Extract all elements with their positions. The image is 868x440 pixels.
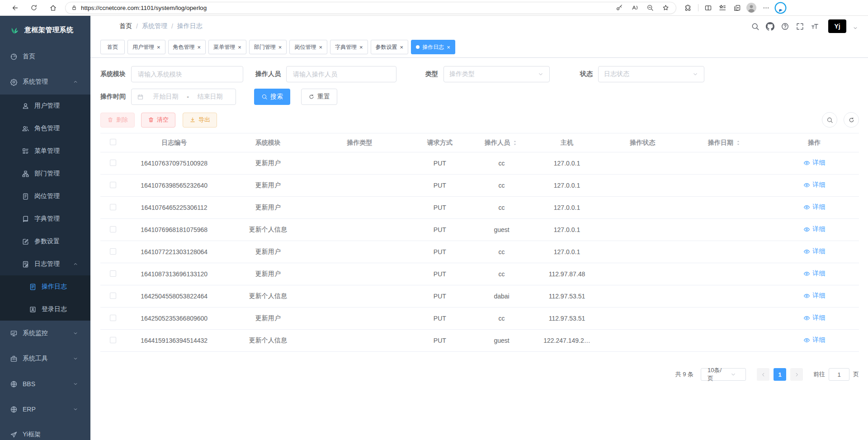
tab-close-icon[interactable]: ×	[400, 44, 404, 50]
clear-button[interactable]: 清空	[141, 113, 175, 128]
read-aloud-button[interactable]	[629, 2, 641, 13]
page-number-1[interactable]: 1	[774, 368, 786, 381]
browser-menu-button[interactable]	[759, 1, 773, 14]
row-checkbox[interactable]	[110, 248, 116, 255]
row-checkbox[interactable]	[110, 293, 116, 299]
address-bar[interactable]: https://ccnetcore.com:1101/system/log/op…	[65, 2, 676, 14]
type-select[interactable]: 操作类型	[443, 66, 550, 82]
user-avatar[interactable]: Yj	[828, 19, 846, 33]
export-button[interactable]: 导出	[183, 113, 217, 128]
sidebar-item-erp[interactable]: ERP	[0, 397, 90, 422]
tab-close-icon[interactable]: ×	[319, 44, 322, 50]
sidebar-item-system-mgmt[interactable]: 系统管理	[0, 69, 90, 95]
next-page-button[interactable]	[790, 368, 803, 381]
row-checkbox[interactable]	[110, 315, 116, 321]
detail-link[interactable]: 详细	[803, 203, 825, 211]
row-checkbox[interactable]	[110, 226, 116, 232]
collections-button[interactable]	[730, 1, 744, 14]
tab-close-icon[interactable]: ×	[278, 44, 282, 50]
sidebar-item-post-mgmt[interactable]: 岗位管理	[0, 185, 90, 208]
bing-chat-button[interactable]	[774, 1, 787, 14]
table-search-toggle-button[interactable]	[822, 112, 837, 128]
detail-link[interactable]: 详细	[803, 247, 825, 255]
zoom-out-button[interactable]	[644, 2, 656, 13]
goto-page-input[interactable]	[829, 368, 849, 381]
breadcrumb-home[interactable]: 首页	[119, 22, 132, 30]
sidebar-item-yi-framework[interactable]: Yi框架	[0, 422, 90, 440]
tab-dept[interactable]: 部门管理×	[249, 40, 287, 54]
table-refresh-button[interactable]	[844, 112, 859, 128]
sidebar-item-oper-log[interactable]: 操作日志	[0, 275, 90, 298]
sidebar-item-param-settings[interactable]: 参数设置	[0, 230, 90, 253]
row-checkbox[interactable]	[110, 204, 116, 210]
profile-button[interactable]	[745, 1, 758, 14]
sidebar-item-user-mgmt[interactable]: 用户管理	[0, 95, 90, 117]
search-button[interactable]: 搜索	[254, 89, 290, 105]
detail-link[interactable]: 详细	[803, 270, 825, 278]
detail-link[interactable]: 详细	[803, 181, 825, 189]
row-checkbox[interactable]	[110, 270, 116, 277]
column-header-operator[interactable]: 操作人员	[474, 133, 529, 152]
tab-role[interactable]: 角色管理×	[168, 40, 206, 54]
detail-link[interactable]: 详细	[803, 314, 825, 322]
sidebar-item-system-tools[interactable]: 系统工具	[0, 346, 90, 371]
page-size-select[interactable]: 10条/页	[701, 368, 746, 381]
extensions-button[interactable]	[681, 1, 694, 14]
module-input[interactable]	[137, 70, 237, 78]
add-favorite-button[interactable]	[660, 2, 671, 13]
fullscreen-icon[interactable]	[796, 22, 804, 31]
sidebar-item-log-mgmt[interactable]: 日志管理	[0, 253, 90, 275]
detail-link[interactable]: 详细	[803, 292, 825, 300]
github-icon[interactable]	[766, 22, 774, 31]
tab-param[interactable]: 参数设置×	[371, 40, 409, 54]
tab-menu[interactable]: 菜单管理×	[208, 40, 246, 54]
sidebar-item-menu-mgmt[interactable]: 菜单管理	[0, 140, 90, 162]
sidebar-item-bbs[interactable]: BBS	[0, 371, 90, 397]
eye-icon	[803, 315, 810, 322]
chevron-down-icon[interactable]	[853, 25, 858, 31]
sidebar-fold-toggle[interactable]	[100, 21, 110, 31]
detail-link[interactable]: 详细	[803, 225, 825, 233]
row-checkbox[interactable]	[110, 182, 116, 188]
delete-button[interactable]: 删除	[100, 113, 135, 128]
prev-page-button[interactable]	[757, 368, 769, 381]
tab-close-icon[interactable]: ×	[447, 44, 450, 50]
tab-post[interactable]: 岗位管理×	[289, 40, 327, 54]
sidebar-item-label: 操作日志	[42, 283, 67, 291]
sidebar-item-role-mgmt[interactable]: 角色管理	[0, 117, 90, 140]
column-header-date[interactable]: 操作日期	[680, 133, 770, 152]
cell-status	[605, 308, 680, 330]
reset-button[interactable]: 重置	[301, 89, 337, 105]
help-icon[interactable]	[781, 22, 789, 31]
tab-dict[interactable]: 字典管理×	[330, 40, 368, 54]
font-size-icon[interactable]	[811, 22, 819, 31]
row-checkbox[interactable]	[110, 160, 116, 166]
select-all-checkbox[interactable]	[110, 139, 116, 145]
detail-link[interactable]: 详细	[803, 336, 825, 344]
operator-input[interactable]	[292, 70, 391, 78]
tab-close-icon[interactable]: ×	[198, 44, 201, 50]
status-select[interactable]: 日志状态	[598, 66, 704, 82]
password-key-button[interactable]	[613, 2, 625, 13]
favorites-button[interactable]	[716, 1, 729, 14]
module-input-wrap	[131, 66, 243, 82]
split-screen-button[interactable]	[701, 1, 715, 14]
tab-home[interactable]: 首页	[100, 40, 125, 54]
tab-close-icon[interactable]: ×	[157, 44, 160, 50]
detail-link[interactable]: 详细	[803, 159, 825, 167]
tab-close-icon[interactable]: ×	[238, 44, 241, 50]
tab-close-icon[interactable]: ×	[359, 44, 363, 50]
sidebar-item-home[interactable]: 首页	[0, 44, 90, 69]
row-checkbox[interactable]	[110, 337, 116, 343]
browser-home-button[interactable]	[45, 1, 61, 14]
search-icon[interactable]	[751, 22, 760, 31]
tab-user[interactable]: 用户管理×	[127, 40, 165, 54]
sidebar-item-dept-mgmt[interactable]: 部门管理	[0, 162, 90, 185]
date-range-picker[interactable]: 开始日期 - 结束日期	[131, 89, 236, 105]
browser-reload-button[interactable]	[26, 1, 42, 14]
browser-back-button[interactable]	[7, 1, 23, 14]
sidebar-item-dict-mgmt[interactable]: 字典管理	[0, 208, 90, 230]
sidebar-item-system-monitor[interactable]: 系统监控	[0, 321, 90, 346]
tab-operlog[interactable]: 操作日志×	[411, 40, 455, 54]
sidebar-item-login-log[interactable]: 登录日志	[0, 298, 90, 321]
